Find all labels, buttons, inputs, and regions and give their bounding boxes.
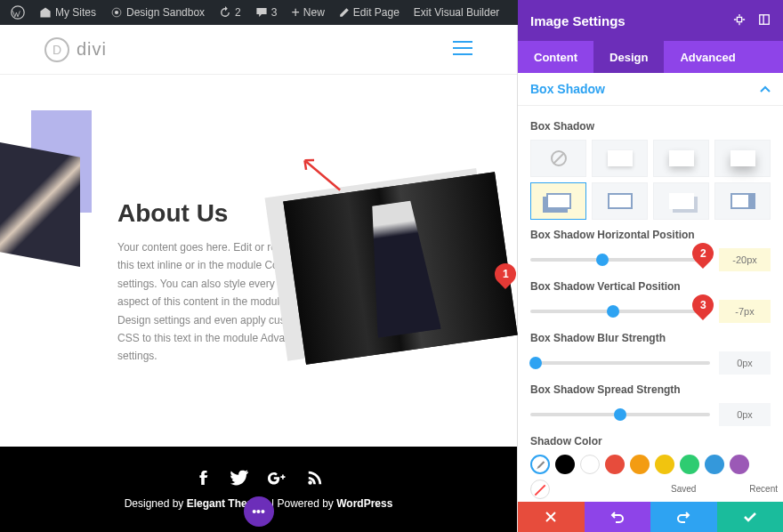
svg-rect-5 xyxy=(737,17,741,21)
swatch-5[interactable] xyxy=(680,455,699,474)
new[interactable]: +New xyxy=(286,4,329,20)
site-footer: Designed by Elegant Themes | Powered by … xyxy=(0,447,517,532)
tab-design[interactable]: Design xyxy=(593,41,664,73)
hamburger-icon[interactable] xyxy=(453,41,472,59)
slider-hpos[interactable] xyxy=(530,258,710,262)
slider-spread[interactable] xyxy=(530,413,710,416)
label-boxshadow: Box Shadow xyxy=(530,120,771,133)
image-module[interactable] xyxy=(283,172,517,365)
swatch-2[interactable] xyxy=(605,455,625,474)
section-toggle[interactable]: Box Shadow xyxy=(518,73,783,106)
svg-point-4 xyxy=(308,480,312,485)
tab-advanced[interactable]: Advanced xyxy=(664,41,751,73)
preset-5[interactable] xyxy=(592,182,648,220)
preset-7[interactable] xyxy=(714,182,771,220)
label-vpos: Box Shadow Vertical Position xyxy=(530,280,771,293)
wp-logo[interactable] xyxy=(5,5,30,20)
person-image xyxy=(0,142,80,267)
slider-vpos[interactable] xyxy=(530,310,710,313)
svg-rect-6 xyxy=(760,14,770,24)
panel-actions: Saved Recent xyxy=(518,502,783,532)
swatch-4[interactable] xyxy=(655,455,674,474)
slider-blur[interactable] xyxy=(530,361,710,365)
settings-panel: Image Settings Content Design Advanced B… xyxy=(518,0,783,532)
input-hpos[interactable] xyxy=(719,248,771,271)
expand-icon[interactable] xyxy=(758,13,771,28)
swatch-1[interactable] xyxy=(580,455,600,474)
facebook-icon[interactable] xyxy=(195,470,211,490)
site-header: D divi xyxy=(0,25,517,75)
label-color: Shadow Color xyxy=(530,435,771,447)
logo-icon: D xyxy=(44,37,69,62)
builder-toggle[interactable]: ••• xyxy=(244,496,274,527)
social-icons xyxy=(195,470,323,490)
color-picker[interactable] xyxy=(530,455,550,474)
undo-button[interactable] xyxy=(585,502,651,532)
preset-6[interactable] xyxy=(653,182,709,220)
tab-content[interactable]: Content xyxy=(518,41,593,73)
updates[interactable]: 2 xyxy=(214,6,246,19)
page-preview: D divi About Us Your content goes here. … xyxy=(0,25,518,532)
input-vpos[interactable] xyxy=(719,300,771,323)
marker-2: 2 xyxy=(688,238,718,269)
swatch-6[interactable] xyxy=(705,455,724,474)
panel-body: Box Shadow Box Shadow Horizontal Positio… xyxy=(518,106,783,502)
swatch-7[interactable] xyxy=(730,455,749,474)
site-name[interactable]: Design Sandbox xyxy=(105,6,210,19)
shadow-presets xyxy=(530,140,771,220)
marker-3: 3 xyxy=(688,290,718,320)
panel-tabs: Content Design Advanced xyxy=(518,41,783,73)
twitter-icon[interactable] xyxy=(230,470,248,490)
preset-none[interactable] xyxy=(530,140,586,177)
close-button[interactable] xyxy=(518,502,585,532)
drag-icon[interactable] xyxy=(733,13,746,28)
edit-page[interactable]: Edit Page xyxy=(334,6,405,19)
page-canvas: About Us Your content goes here. Edit or… xyxy=(0,75,517,448)
panel-title: Image Settings xyxy=(530,13,626,28)
svg-point-2 xyxy=(115,11,118,14)
gplus-icon[interactable] xyxy=(268,470,287,490)
input-blur[interactable] xyxy=(719,351,771,375)
input-spread[interactable] xyxy=(719,403,771,426)
label-blur: Box Shadow Blur Strength xyxy=(530,332,771,344)
swatch-3[interactable] xyxy=(630,455,650,474)
image-content xyxy=(283,172,517,365)
panel-header: Image Settings xyxy=(518,0,783,41)
color-swatches xyxy=(530,455,771,499)
label-spread: Box Shadow Spread Strength xyxy=(530,383,771,396)
preset-4[interactable] xyxy=(530,182,586,220)
preset-1[interactable] xyxy=(592,140,648,177)
redo-button[interactable]: Saved xyxy=(650,502,717,532)
swatch-0[interactable] xyxy=(555,455,575,474)
exit-vb[interactable]: Exit Visual Builder xyxy=(408,6,505,19)
swatch-none[interactable] xyxy=(530,480,550,499)
label-hpos: Box Shadow Horizontal Position xyxy=(530,229,771,241)
preset-2[interactable] xyxy=(653,140,709,177)
site-logo[interactable]: D divi xyxy=(44,37,107,62)
chevron-up-icon xyxy=(760,85,771,93)
preset-3[interactable] xyxy=(714,140,771,177)
save-button[interactable]: Recent xyxy=(717,502,784,532)
rss-icon[interactable] xyxy=(307,470,323,490)
comments[interactable]: 3 xyxy=(250,6,283,19)
my-sites[interactable]: My Sites xyxy=(34,6,101,19)
